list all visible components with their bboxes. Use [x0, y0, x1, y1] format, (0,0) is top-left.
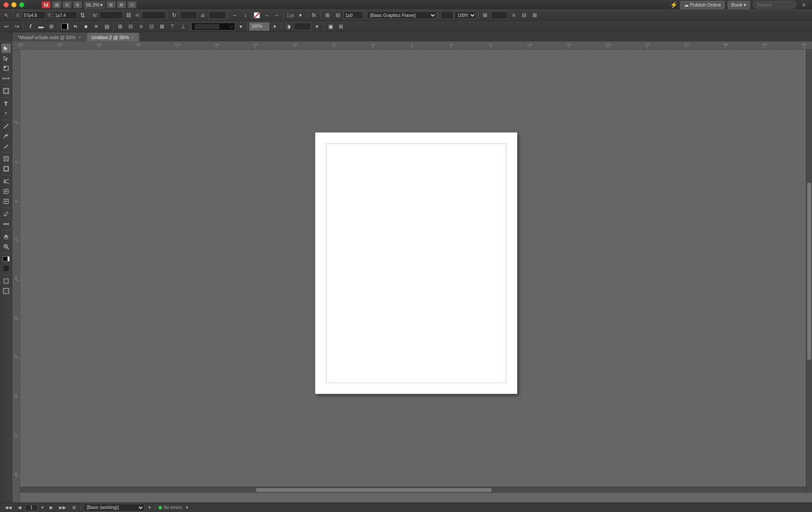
- view-percent-input[interactable]: [441, 11, 454, 19]
- zoom-display[interactable]: 56.3% ▾: [84, 1, 105, 9]
- place-tool-btn[interactable]: [1, 197, 11, 206]
- eyedropper-tool-btn[interactable]: [1, 209, 11, 219]
- angle-input[interactable]: [180, 11, 197, 19]
- stroke-color-dropdown[interactable]: ▾: [236, 22, 246, 31]
- canvas-area[interactable]: [20, 50, 812, 502]
- apply-none-icon[interactable]: ✕: [91, 22, 101, 31]
- rectangle-frame-btn[interactable]: [1, 154, 11, 164]
- redo-button[interactable]: ↪: [12, 22, 22, 31]
- rotate-icon[interactable]: ↻: [169, 11, 179, 20]
- tb-icon-2[interactable]: ⊟: [63, 1, 71, 8]
- view-percent-select[interactable]: 100%: [455, 11, 476, 19]
- swap-colors-icon[interactable]: ⇆: [71, 22, 80, 31]
- errors-dropdown-btn[interactable]: ▾: [184, 504, 190, 512]
- direct-selection-tool-btn[interactable]: [1, 54, 11, 63]
- note-tool-btn[interactable]: [1, 187, 11, 196]
- tb-icon-1[interactable]: ⊞: [52, 1, 61, 8]
- w-input[interactable]: [99, 11, 123, 19]
- constraint-icon[interactable]: ⛓: [124, 11, 134, 20]
- preview-icon[interactable]: ▣: [326, 22, 335, 31]
- pen-tool-btn[interactable]: [1, 131, 11, 141]
- more-options-icon[interactable]: ≡: [509, 11, 519, 20]
- y-input[interactable]: [53, 11, 77, 19]
- tb-icon-6[interactable]: ⊡: [128, 1, 136, 8]
- measure-tool-btn[interactable]: [1, 219, 11, 229]
- scrollbar-thumb-horizontal[interactable]: [256, 488, 492, 492]
- scrollbar-thumb-vertical[interactable]: [807, 183, 811, 360]
- rectangle-tool-btn[interactable]: [1, 164, 11, 174]
- align-bottom-icon[interactable]: ⊥: [178, 22, 188, 31]
- fill-box[interactable]: [60, 22, 70, 31]
- gap-tool-btn[interactable]: ⟺: [1, 74, 11, 83]
- new-page-btn[interactable]: ⊞: [70, 504, 78, 512]
- pencil-tool-btn[interactable]: [1, 141, 11, 151]
- stroke-offset-input[interactable]: [344, 11, 363, 19]
- layer-dropdown-btn[interactable]: ▾: [146, 504, 153, 512]
- undo-button[interactable]: ↩: [2, 22, 11, 31]
- selection-tool-btn[interactable]: [1, 44, 11, 53]
- scrollbar-right[interactable]: [806, 50, 812, 493]
- normal-mode-btn[interactable]: [1, 276, 11, 286]
- scrollbar-bottom[interactable]: [20, 487, 806, 493]
- stroke-arrow-left-icon[interactable]: ←: [272, 11, 282, 20]
- align-center-icon[interactable]: ⊡: [147, 22, 156, 31]
- scissors-tool-btn[interactable]: [1, 177, 11, 186]
- view-options-icon[interactable]: ⊞: [480, 11, 490, 20]
- apply-color-btn[interactable]: [1, 264, 11, 273]
- preview-mode-btn[interactable]: [1, 286, 11, 296]
- hand-tool-btn[interactable]: [1, 232, 11, 241]
- tb-icon-4[interactable]: ⊞: [107, 1, 115, 8]
- opacity-dropdown[interactable]: ▾: [270, 22, 280, 31]
- tint-icon[interactable]: ◑: [283, 22, 293, 31]
- tab-miata[interactable]: *MiataForSale.indd @ 60% ✕: [13, 33, 86, 41]
- align-left-icon[interactable]: ≡: [136, 22, 146, 31]
- flip-h-icon[interactable]: ↔: [230, 11, 239, 20]
- tint-arrow[interactable]: ▾: [312, 22, 322, 31]
- content-collector-btn[interactable]: [1, 86, 11, 96]
- tab-close-miata[interactable]: ✕: [78, 35, 81, 40]
- stroke-color-box[interactable]: [254, 12, 260, 18]
- tint-input[interactable]: [294, 23, 311, 30]
- stroke-mode2[interactable]: ⊟: [126, 22, 135, 31]
- type-on-path-btn[interactable]: T: [1, 109, 11, 118]
- last-spread-btn[interactable]: ▶▶: [57, 504, 68, 512]
- line-tool-btn[interactable]: [1, 121, 11, 131]
- stroke-dash-icon[interactable]: ▬: [36, 22, 46, 31]
- distribute-icon[interactable]: ⊟: [333, 11, 343, 20]
- publish-online-button[interactable]: ☁ Publish Online: [680, 1, 725, 9]
- stroke-mode1[interactable]: ⊞: [115, 22, 125, 31]
- page-dropdown-btn[interactable]: ▾: [39, 504, 46, 512]
- tab-close-untitled2[interactable]: ✕: [131, 35, 135, 40]
- zoom-tool-btn[interactable]: [1, 242, 11, 251]
- effects-icon[interactable]: fx: [309, 11, 319, 20]
- tb-icon-3[interactable]: ⊞: [73, 1, 82, 8]
- search-input[interactable]: [753, 1, 796, 9]
- grid-icon[interactable]: ⊞: [530, 11, 539, 20]
- x-input[interactable]: [22, 11, 46, 19]
- type-tool-btn[interactable]: T: [1, 99, 11, 108]
- stroke-arrow-icon[interactable]: →: [262, 11, 271, 20]
- fill-stroke-colors[interactable]: [1, 254, 11, 263]
- opacity-icon[interactable]: f: [26, 22, 35, 31]
- apply-color-icon[interactable]: ■: [81, 22, 91, 31]
- h-input[interactable]: [142, 11, 165, 19]
- minimize-button[interactable]: [11, 2, 17, 7]
- prev-spread-btn[interactable]: ◀: [16, 504, 24, 512]
- page-number-input[interactable]: [25, 504, 37, 511]
- panel-icon[interactable]: ⊟: [519, 11, 529, 20]
- frame-type-select[interactable]: [Basic Graphics Frame]: [367, 11, 437, 19]
- first-spread-btn[interactable]: ◀◀: [3, 504, 14, 512]
- flip-vertical-icon[interactable]: ⇅: [78, 11, 88, 20]
- view-option-input[interactable]: [491, 11, 508, 19]
- layer-select[interactable]: [Basic (working)]: [84, 504, 145, 512]
- flip-v-icon[interactable]: ↕: [240, 11, 250, 20]
- maximize-button[interactable]: [19, 2, 24, 7]
- next-spread-btn[interactable]: ▶: [47, 504, 55, 512]
- book-button[interactable]: Book ▾: [728, 1, 750, 9]
- apply-gradient-icon[interactable]: ▤: [102, 22, 111, 31]
- stroke-color-select[interactable]: ████████: [192, 23, 235, 30]
- page-tool-btn[interactable]: [1, 64, 11, 73]
- close-button[interactable]: [3, 2, 9, 7]
- opacity-input[interactable]: [249, 23, 269, 30]
- shear-icon[interactable]: ⧄: [198, 11, 208, 20]
